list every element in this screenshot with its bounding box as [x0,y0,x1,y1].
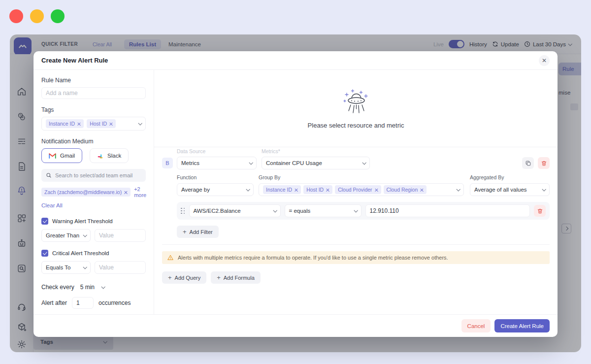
warning-icon [167,254,174,261]
chevron-down-icon [83,265,87,269]
query-badge-b: B [162,158,173,168]
metrics-label: Metrics* [262,148,280,155]
group-by-select[interactable]: Instance ID Host ID Cloud Provider Cloud… [259,183,464,196]
remove-group-icon[interactable] [326,188,329,192]
search-icon [46,172,52,178]
function-label: Function [177,174,254,180]
modal-title: Create New Alert Rule [41,57,108,64]
alert-settings-panel: Rule Name Tags Instance ID Host ID Notif… [33,70,154,314]
critical-threshold-label: Critical Alert Threshold [52,250,109,256]
chevron-down-icon [249,161,253,165]
delete-filter-button[interactable] [534,205,546,217]
add-query-button[interactable]: +Add Query [162,271,206,284]
email-chip[interactable]: Zach (zachdemo@middleware.io) [41,188,131,197]
plus-icon: + [183,229,187,235]
empty-state-message: Please select resource and metric [308,122,404,129]
create-alert-rule-button[interactable]: Create Alert Rule [494,319,550,332]
window-minimize-button[interactable] [30,9,44,23]
remove-group-icon[interactable] [295,188,298,192]
chevron-down-icon [246,187,250,191]
filter-value-input[interactable] [365,204,530,217]
slack-medium-button[interactable]: Slack [90,148,129,163]
group-by-chip[interactable]: Cloud Provider [335,185,381,194]
search-placeholder: Search to select/add team email [55,172,132,178]
data-source-select[interactable]: Metrics [177,157,257,169]
group-by-chip[interactable]: Host ID [303,185,332,194]
data-source-label: Data Source [177,148,257,155]
metric-select[interactable]: Container CPU Usage [262,157,370,169]
trash-icon [541,160,547,166]
remove-group-icon[interactable] [375,188,378,192]
plus-icon: + [168,274,172,281]
tag-chip[interactable]: Instance ID [46,119,84,128]
rule-name-label: Rule Name [41,77,146,84]
chevron-down-icon [101,285,105,289]
window-zoom-button[interactable] [51,9,65,23]
add-filter-button[interactable]: +Add Filter [177,226,219,238]
close-icon[interactable]: ✕ [539,55,550,66]
remove-tag-icon[interactable] [77,122,81,126]
chevron-down-icon [456,187,460,191]
critical-value-input[interactable] [95,261,146,274]
add-formula-button[interactable]: +Add Formula [211,271,261,284]
warning-threshold-label: Warning Alert Threshold [52,218,113,224]
chevron-down-icon [83,233,87,237]
chevron-down-icon [362,161,366,165]
multiple-metrics-warning: Alerts with multiple metrics require a f… [162,251,550,264]
occurrence-count-input[interactable] [72,297,94,309]
occurrences-label: occurrences [98,299,131,306]
clear-all-emails-link[interactable]: Clear All [41,202,146,208]
filter-operator-select[interactable]: = equals [285,204,361,217]
create-alert-rule-modal: Create New Alert Rule ✕ Rule Name Tags I… [33,51,558,337]
slack-icon [97,153,103,159]
remove-email-icon[interactable] [124,191,128,194]
remove-group-icon[interactable] [420,188,424,192]
chevron-down-icon [273,208,277,212]
ufo-illustration [339,88,373,117]
duplicate-query-button[interactable] [522,157,534,169]
more-emails-link[interactable]: +2 more [134,186,146,198]
remove-tag-icon[interactable] [109,122,113,126]
warning-operator-select[interactable]: Greater Than [41,229,91,242]
chevron-down-icon [138,121,142,125]
critical-threshold-checkbox[interactable] [41,250,48,257]
warning-threshold-checkbox[interactable] [41,218,48,225]
tags-label: Tags [41,106,146,113]
aggregated-by-select[interactable]: Average of all values [470,183,550,196]
filter-field-select[interactable]: AWS/EC2.Balance [189,204,281,217]
alert-after-label: Alert after [41,299,67,306]
team-email-search[interactable]: Search to select/add team email [41,169,146,182]
rule-name-input[interactable] [41,87,146,99]
critical-threshold-row: Critical Alert Threshold [41,250,146,257]
window-close-button[interactable] [9,9,23,23]
delete-query-button[interactable] [538,157,550,169]
check-every-label: Check every [41,284,74,291]
group-by-chip[interactable]: Instance ID [263,185,301,194]
cancel-button[interactable]: Cancel [461,319,491,332]
filter-row: AWS/EC2.Balance = equals [177,202,550,220]
check-interval-select[interactable]: 5 min [80,284,104,291]
function-select[interactable]: Average by [177,183,254,196]
aggregated-by-label: Aggregated By [470,174,550,180]
tags-select[interactable]: Instance ID Host ID [41,117,146,131]
critical-operator-select[interactable]: Equals To [41,261,91,274]
query-builder: Data Source Metrics* B Metrics Container… [154,147,558,314]
drag-handle[interactable] [181,208,185,214]
trash-icon [537,208,543,214]
gmail-medium-button[interactable]: Gmail [41,148,82,163]
tag-chip[interactable]: Host ID [87,119,116,128]
plus-icon: + [217,274,221,281]
chevron-down-icon [354,208,358,212]
warning-value-input[interactable] [95,229,146,242]
warning-threshold-row: Warning Alert Threshold [41,218,146,225]
group-by-chip[interactable]: Cloud Region [384,185,427,194]
gmail-icon [49,153,56,159]
copy-icon [525,160,531,166]
chart-empty-state: Please select resource and metric [154,70,558,147]
chevron-down-icon [542,187,546,191]
notification-medium-label: Notification Medium [41,138,146,145]
metric-panel: Please select resource and metric Data S… [154,70,558,314]
group-by-label: Group By [259,174,464,180]
